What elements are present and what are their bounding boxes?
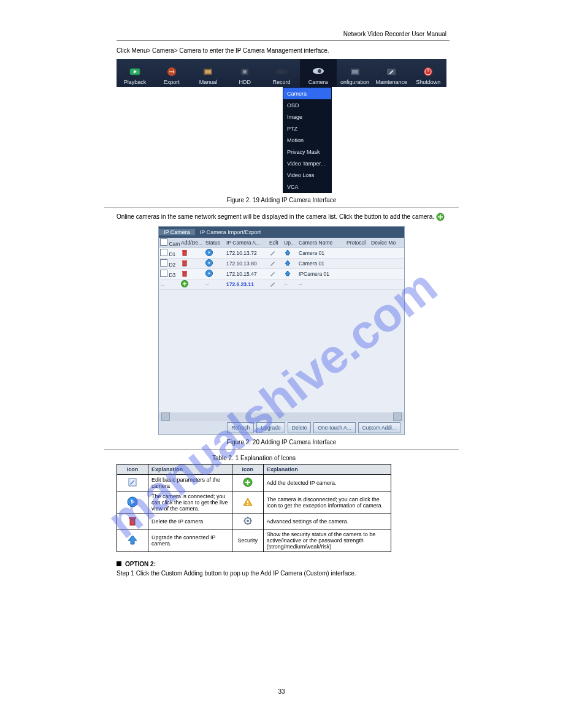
col-edit: Edit [268,240,283,246]
table-row: ... -- 172.6.23.11 -- -- [159,279,404,290]
row-checkbox[interactable] [160,259,167,267]
table-row: The camera is connected; you can click t… [117,491,391,514]
menu-item-export[interactable]: Export [153,59,190,87]
row-checkbox[interactable] [160,249,167,256]
svg-marker-27 [285,260,290,265]
explanation-table-wrap: Table 2. 1 Explanation of Icons Icon Exp… [117,455,391,552]
dropdown-item-ptz[interactable]: PTZ [283,123,331,134]
up-icon[interactable] [284,249,291,256]
svg-marker-32 [285,271,290,276]
col-cam: Cam... [169,241,180,247]
dropdown-item-privacy[interactable]: Privacy Mask [283,146,331,157]
page-number: 33 [0,688,563,695]
table-row: D1 172.10.13.72 Camera 01 [159,248,404,259]
security-label: Security [232,529,263,552]
cam-id: D1 [169,251,175,257]
col-ip: IP Camera A... [225,240,268,246]
camera-name: IPCamera 01 [297,271,345,277]
dropdown-item-tamper[interactable]: Video Tamper... [283,157,331,169]
tab-import-export[interactable]: IP Camera Import/Export [195,229,266,235]
table-row: D3 172.10.15.47 IPCamera 01 [159,269,404,279]
camera-name: Camera 01 [297,250,345,256]
row-checkbox[interactable] [160,270,167,277]
upgrade-button[interactable]: Upgrade [256,422,285,433]
dropdown-item-camera[interactable]: Camera [283,88,331,99]
menu-item-record[interactable]: Record [263,59,300,87]
svg-rect-23 [183,262,186,266]
edit-icon [128,477,137,487]
edit-icon[interactable] [269,270,277,277]
menu-item-playback[interactable]: Playback [117,59,153,87]
menu-item-configuration[interactable]: onfiguration [337,59,373,87]
explanation-text: Upgrade the connected IP camera. [148,529,232,552]
scroll-left-button[interactable] [161,412,170,421]
body-text: Online cameras in the same network segme… [117,213,446,221]
add-icon[interactable] [181,280,188,287]
customadd-button[interactable]: Custom Addi... [358,422,400,433]
menubar: Playback Export Manual HDD Record Camera… [117,59,446,87]
up-icon[interactable] [284,259,291,267]
ip-address: 172.10.15.47 [225,271,268,277]
explanation-text: The camera is connected; you can click t… [148,491,232,514]
cam-id: ... [160,281,164,287]
horizontal-scrollbar[interactable] [159,412,404,421]
svg-rect-42 [129,517,136,519]
up-icon[interactable] [284,270,291,277]
delete-icon[interactable] [181,249,188,256]
svg-point-44 [247,520,249,522]
onetouch-button[interactable]: One-touch A... [313,422,355,433]
delete-icon[interactable] [181,270,188,277]
ipcamera-panel: IP Camera IP Camera Import/Export Cam...… [158,226,405,435]
scroll-right-button[interactable] [393,412,402,421]
select-all-checkbox[interactable] [160,238,167,246]
export-icon [153,64,190,79]
edit-icon[interactable] [269,280,277,287]
menu-item-shutdown[interactable]: Shutdown [410,59,446,87]
menu-item-maintenance[interactable]: Maintenance [373,59,410,87]
dropdown-item-videoloss[interactable]: Video Loss [283,169,331,181]
play-icon[interactable] [205,249,213,256]
menu-item-hdd[interactable]: HDD [226,59,263,87]
configuration-icon [337,64,373,79]
table-caption: Table 2. 1 Explanation of Icons [117,455,391,461]
tab-ipcamera[interactable]: IP Camera [159,229,195,235]
svg-rect-39 [247,501,248,503]
camera-dropdown: Camera OSD Image PTZ Motion Privacy Mask… [283,87,332,193]
svg-rect-41 [130,519,135,525]
dropdown-item-vca[interactable]: VCA [283,181,331,192]
add-icon [436,213,445,221]
svg-point-10 [318,69,321,73]
col-name: Camera Name [297,240,345,246]
refresh-button[interactable]: Refresh [227,422,254,433]
play-icon[interactable] [205,270,213,277]
edit-icon[interactable] [269,259,277,267]
dropdown-item-osd[interactable]: OSD [283,99,331,111]
table-header: Cam... Add/De... Status IP Camera A... E… [159,238,404,248]
svg-point-6 [243,70,247,74]
delete-icon[interactable] [181,259,188,267]
cam-id: D3 [169,272,175,278]
menu-label: Playback [117,79,153,85]
table-row: Edit basic parameters of the camera Add … [117,475,391,491]
dropdown-item-motion[interactable]: Motion [283,134,331,146]
play-icon[interactable] [205,259,213,267]
explanation-text: Edit basic parameters of the camera [148,475,232,491]
svg-rect-4 [205,70,211,74]
svg-marker-8 [284,69,287,74]
delete-button[interactable]: Delete [288,422,312,433]
panel-empty-area [159,290,404,412]
playback-icon [117,64,153,79]
table-row: Upgrade the connected IP camera. Securit… [117,529,391,552]
delete-icon [128,516,137,526]
menu-label: Record [263,79,300,85]
col-adddel: Add/De... [180,240,204,246]
menu-label: Export [153,79,190,85]
text: Online cameras in the same network segme… [117,213,434,220]
menu-item-manual[interactable]: Manual [190,59,227,87]
ip-address: 172.10.13.72 [225,250,268,256]
dropdown-item-image[interactable]: Image [283,111,331,123]
col-icon: Icon [117,464,148,475]
menu-item-camera[interactable]: Camera [300,59,337,87]
col-protocol: Protocol [345,240,370,246]
edit-icon[interactable] [269,249,277,256]
